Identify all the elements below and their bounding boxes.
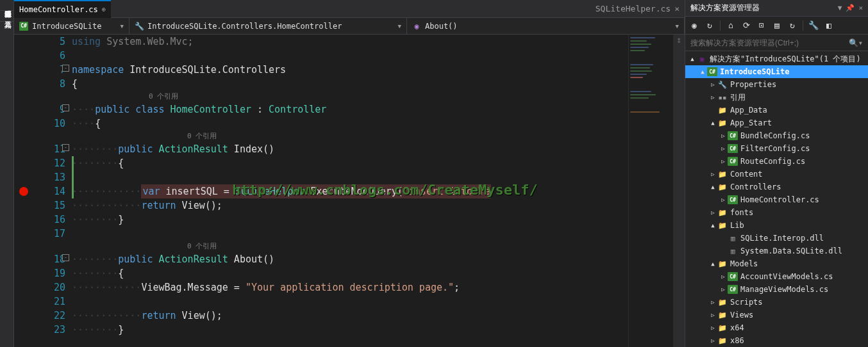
dropdown-icon[interactable]: ▼ [838, 4, 842, 12]
code-line[interactable]: using System.Web.Mvc; [72, 35, 628, 49]
code-content[interactable]: http://www.cnblogs.com/CreateMyself/ usi… [72, 35, 628, 347]
code-line[interactable]: -namespace IntroduceSQLite.Controllers [72, 63, 628, 77]
nav-method-dropdown[interactable]: ◉ About() ▼ [407, 18, 685, 34]
nav-project-dropdown[interactable]: C# IntroduceSQLite ▼ [14, 18, 129, 34]
split-handle[interactable]: ↕ [673, 35, 685, 347]
preview-button[interactable]: ◧ [822, 19, 835, 32]
solution-search[interactable]: 🔍▾ [685, 35, 868, 51]
tab-sqlitehelper[interactable]: SQLiteHelper.cs × [590, 4, 685, 13]
tree-item[interactable]: ▲C#IntroduceSQLite [685, 65, 868, 78]
collapse-button[interactable]: ⊡ [755, 19, 768, 32]
tree-arrow-icon[interactable]: ▷ [708, 337, 717, 344]
code-line[interactable]: ····{ [72, 117, 628, 131]
codelens[interactable]: 0 个引用 [72, 131, 628, 142]
tree-item[interactable]: ▷📁Scripts [685, 296, 868, 309]
split-grip-icon[interactable]: ↕ [674, 35, 683, 47]
breakpoint-gutter[interactable] [14, 35, 33, 347]
tree-arrow-icon[interactable]: ▷ [708, 312, 717, 318]
code-line[interactable]: { [72, 77, 628, 91]
pin-icon[interactable]: 📌 [846, 4, 855, 12]
tree-item[interactable]: ▷C#HomeController.cs [685, 193, 868, 206]
code-line[interactable]: ········{ [72, 156, 628, 170]
code-line[interactable]: ············var insertSQL = SQLiteHelper… [72, 184, 628, 198]
tree-item[interactable]: ▲▣解决方案"IntroduceSQLite"(1 个项目) [685, 52, 868, 65]
code-line[interactable]: -····public class HomeController : Contr… [72, 102, 628, 117]
tree-arrow-icon[interactable]: ▲ [708, 184, 717, 190]
code-line[interactable] [72, 49, 628, 63]
fold-toggle[interactable]: - [62, 65, 69, 72]
code-line[interactable]: ············return View(); [72, 198, 628, 213]
tree-item[interactable]: ▷📁x86 [685, 334, 868, 347]
tree-arrow-icon[interactable]: ▷ [719, 133, 728, 139]
tree-arrow-icon[interactable]: ▷ [708, 171, 717, 177]
tree-arrow-icon[interactable]: ▷ [708, 299, 717, 305]
fold-toggle[interactable]: - [62, 104, 69, 111]
tree-arrow-icon[interactable]: ▷ [708, 81, 717, 88]
vtab-server-explorer[interactable]: 服务器资源管理器 [0, 0, 13, 11]
code-line[interactable]: ········{ [72, 266, 628, 280]
code-line[interactable]: ········} [72, 323, 628, 337]
search-input[interactable] [690, 38, 849, 47]
home-button[interactable]: ⌂ [724, 19, 737, 32]
tree-item[interactable]: ▷C#BundleConfig.cs [685, 129, 868, 142]
tree-item[interactable]: ▲📁Models [685, 257, 868, 270]
fold-toggle[interactable]: - [62, 144, 69, 151]
tree-arrow-icon[interactable]: ▷ [719, 145, 728, 152]
tree-item[interactable]: ▷📁x64 [685, 321, 868, 334]
panel-title-bar[interactable]: 解决方案资源管理器 ▼ 📌 × [685, 0, 868, 17]
tree-arrow-icon[interactable]: ▷ [719, 286, 728, 293]
tree-item[interactable]: ▷C#ManageViewModels.cs [685, 283, 868, 296]
tree-item[interactable]: ▷📁Views [685, 309, 868, 321]
tree-item[interactable]: ▷📁fonts [685, 206, 868, 219]
code-line[interactable]: ········} [72, 213, 628, 227]
search-icon[interactable]: 🔍▾ [849, 38, 863, 47]
nav-class-dropdown[interactable]: 🔧 IntroduceSQLite.Controllers.HomeContro… [129, 18, 407, 34]
back-button[interactable]: ◉ [688, 19, 701, 32]
minimap[interactable] [628, 35, 673, 347]
code-line[interactable] [72, 170, 628, 184]
tree-arrow-icon[interactable]: ▷ [719, 197, 728, 203]
tree-arrow-icon[interactable]: ▲ [698, 69, 707, 75]
forward-button[interactable]: ↻ [703, 19, 716, 32]
code-line[interactable] [72, 227, 628, 241]
sync-button[interactable]: ⟳ [740, 19, 753, 32]
tree-arrow-icon[interactable]: ▷ [708, 94, 717, 101]
code-line[interactable]: ············return View(); [72, 309, 628, 323]
properties-button[interactable]: 🔧 [807, 19, 820, 32]
tree-item[interactable]: 📁App_Data [685, 104, 868, 117]
tree-item[interactable]: ▥SQLite.Interop.dll [685, 232, 868, 245]
tree-arrow-icon[interactable]: ▲ [688, 56, 697, 62]
tree-item[interactable]: ▷C#RouteConfig.cs [685, 155, 868, 168]
codelens[interactable]: 0 个引用 [72, 91, 628, 102]
tree-item[interactable]: ▷▪▪引用 [685, 91, 868, 104]
tree-arrow-icon[interactable]: ▷ [719, 273, 728, 280]
pin-icon[interactable]: ⊕ [102, 6, 106, 13]
tree-arrow-icon[interactable]: ▷ [708, 325, 717, 331]
tree-item[interactable]: ▲📁Controllers [685, 181, 868, 193]
tree-arrow-icon[interactable]: ▷ [719, 158, 728, 165]
tab-homecontroller[interactable]: HomeController.cs ⊕ [14, 0, 111, 18]
fold-toggle[interactable]: - [62, 254, 69, 261]
solution-tree[interactable]: ▲▣解决方案"IntroduceSQLite"(1 个项目)▲C#Introdu… [685, 51, 868, 347]
code-editor[interactable]: 567891011121314151617181920212223 http:/… [14, 35, 685, 347]
tree-item[interactable]: ▥System.Data.SQLite.dll [685, 245, 868, 257]
tree-item[interactable]: ▷C#FilterConfig.cs [685, 142, 868, 155]
code-line[interactable]: ············ViewBag.Message = "Your appl… [72, 280, 628, 295]
close-icon[interactable]: × [858, 4, 863, 12]
code-line[interactable]: -········public ActionResult About() [72, 252, 628, 266]
tree-arrow-icon[interactable]: ▷ [708, 209, 717, 216]
tree-arrow-icon[interactable]: ▲ [708, 261, 717, 267]
refresh-button[interactable]: ↻ [786, 19, 799, 32]
code-line[interactable]: -········public ActionResult Index() [72, 142, 628, 156]
tree-item[interactable]: ▷C#AccountViewModels.cs [685, 270, 868, 283]
tree-item[interactable]: ▲📁Lib [685, 219, 868, 232]
tree-item[interactable]: ▷📁Content [685, 168, 868, 181]
show-all-button[interactable]: ▤ [771, 19, 783, 32]
tree-item[interactable]: ▲📁App_Start [685, 117, 868, 129]
codelens[interactable]: 0 个引用 [72, 241, 628, 252]
vtab-toolbox[interactable]: 工具箱 [0, 11, 13, 22]
tree-arrow-icon[interactable]: ▲ [708, 120, 717, 126]
breakpoint-icon[interactable] [19, 187, 28, 196]
tree-item[interactable]: ▷🔧Properties [685, 78, 868, 91]
close-icon[interactable]: × [674, 4, 680, 13]
